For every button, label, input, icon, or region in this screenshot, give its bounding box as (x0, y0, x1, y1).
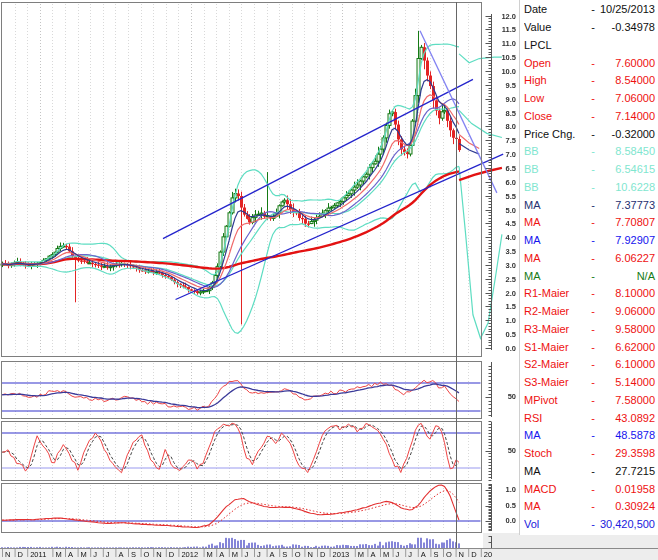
data-row-label: Vol (524, 519, 588, 530)
data-row: MA-7.70807 (520, 214, 658, 232)
data-row-dash: - (588, 164, 598, 175)
data-panel: Date-10/25/2013Value--0.34978LPCLOpen-7.… (519, 0, 658, 535)
data-row-value: 0.01958 (598, 484, 655, 495)
data-row-label: R1-Maier (524, 288, 588, 299)
data-row-dash: - (588, 377, 598, 388)
data-row: Price Chg.--0.32000 (520, 125, 658, 143)
data-row: MA-27.7215 (520, 463, 658, 481)
data-row-dash: - (588, 413, 598, 424)
data-row-value: N/A (598, 271, 655, 282)
data-row-dash: - (588, 75, 598, 86)
data-row-label: RSI (524, 413, 588, 424)
data-row: S2-Maier-6.10000 (520, 356, 658, 374)
data-row: Close-7.14000 (520, 108, 658, 126)
data-row-dash: - (588, 395, 598, 406)
data-row-value: 10.6228 (598, 182, 655, 193)
data-row-label: BB (524, 182, 588, 193)
data-row-value: 6.10000 (598, 359, 655, 370)
data-row-label: R3-Maier (524, 324, 588, 335)
data-row-dash: - (588, 58, 598, 69)
data-row-label: R2-Maier (524, 306, 588, 317)
data-row-value: 6.06227 (598, 253, 655, 264)
data-row-label: LPCL (524, 40, 588, 51)
data-row-label: Close (524, 111, 588, 122)
data-row-label: S3-Maier (524, 377, 588, 388)
data-row-label: MA (524, 235, 588, 246)
data-row-value: 10/25/2013 (598, 4, 655, 15)
data-row-label: High (524, 75, 588, 86)
stock-chart-app: Date-10/25/2013Value--0.34978LPCLOpen-7.… (0, 0, 658, 560)
data-row-value: 8.54000 (598, 75, 655, 86)
data-row-dash: - (588, 448, 598, 459)
data-row-value: 8.10000 (598, 288, 655, 299)
data-row: BB-10.6228 (520, 179, 658, 197)
data-row-label: Open (524, 58, 588, 69)
data-row-value: 7.60000 (598, 58, 655, 69)
data-row-dash: - (588, 182, 598, 193)
data-row-dash: - (588, 271, 598, 282)
data-row: MA-0.30924 (520, 498, 658, 516)
data-row-label: MA (524, 466, 588, 477)
data-row-label: MA (524, 501, 588, 512)
data-row: R1-Maier-8.10000 (520, 285, 658, 303)
data-row-label: BB (524, 146, 588, 157)
data-row-dash: - (588, 235, 598, 246)
data-row-dash: - (588, 200, 598, 211)
data-row: High-8.54000 (520, 72, 658, 90)
data-row-label: MA (524, 200, 588, 211)
data-row-value: 7.70807 (598, 217, 655, 228)
data-row: Stoch-29.3598 (520, 445, 658, 463)
data-row-value: 48.5878 (598, 430, 655, 441)
data-row-label: MA (524, 253, 588, 264)
data-row-value: 8.58450 (598, 146, 655, 157)
data-row: RSI-43.0892 (520, 409, 658, 427)
data-row-label: MA (524, 217, 588, 228)
data-row: BB-8.58450 (520, 143, 658, 161)
data-row-value: 30,420,500 (598, 519, 655, 530)
data-row: MA-7.92907 (520, 232, 658, 250)
data-row-dash: - (588, 359, 598, 370)
data-row: Value--0.34978 (520, 19, 658, 37)
data-row-label: MA (524, 430, 588, 441)
data-row-dash: - (588, 4, 598, 15)
crosshair-line (456, 2, 457, 548)
data-row-dash: - (588, 484, 598, 495)
data-row-dash: - (588, 253, 598, 264)
data-row-label: S2-Maier (524, 359, 588, 370)
data-row-dash: - (588, 93, 598, 104)
data-row-label: Low (524, 93, 588, 104)
data-row-label: S1-Maier (524, 342, 588, 353)
data-row-label: Date (524, 4, 588, 15)
data-row-dash: - (588, 342, 598, 353)
data-row: BB-6.54615 (520, 161, 658, 179)
data-row-label: MPivot (524, 395, 588, 406)
data-row: MACD-0.01958 (520, 480, 658, 498)
data-row-value: -0.34978 (598, 22, 655, 33)
data-row: MPivot-7.58000 (520, 392, 658, 410)
data-row: Vol-30,420,500 (520, 516, 658, 534)
data-row-dash: - (588, 288, 598, 299)
data-row: MA-6.06227 (520, 250, 658, 268)
data-row-dash: - (588, 217, 598, 228)
data-row: Open-7.60000 (520, 54, 658, 72)
data-row-dash: - (588, 129, 598, 140)
data-row: LPCL (520, 37, 658, 55)
data-row: S3-Maier-5.14000 (520, 374, 658, 392)
data-row-label: Price Chg. (524, 129, 588, 140)
data-row-value: 29.3598 (598, 448, 655, 459)
data-row-value: 7.92907 (598, 235, 655, 246)
data-row-value: 6.62000 (598, 342, 655, 353)
data-row-label: BB (524, 164, 588, 175)
data-row-value: -0.32000 (598, 129, 655, 140)
data-row-label: Stoch (524, 448, 588, 459)
data-row-value: 0.30924 (598, 501, 655, 512)
data-row-label: MACD (524, 484, 588, 495)
data-row: Low-7.06000 (520, 90, 658, 108)
data-row-value: 9.06000 (598, 306, 655, 317)
data-row-dash: - (588, 501, 598, 512)
data-row-value: 7.14000 (598, 111, 655, 122)
data-row-value: 5.14000 (598, 377, 655, 388)
data-row: Date-10/25/2013 (520, 1, 658, 19)
data-row-value: 43.0892 (598, 413, 655, 424)
data-row-dash: - (588, 306, 598, 317)
